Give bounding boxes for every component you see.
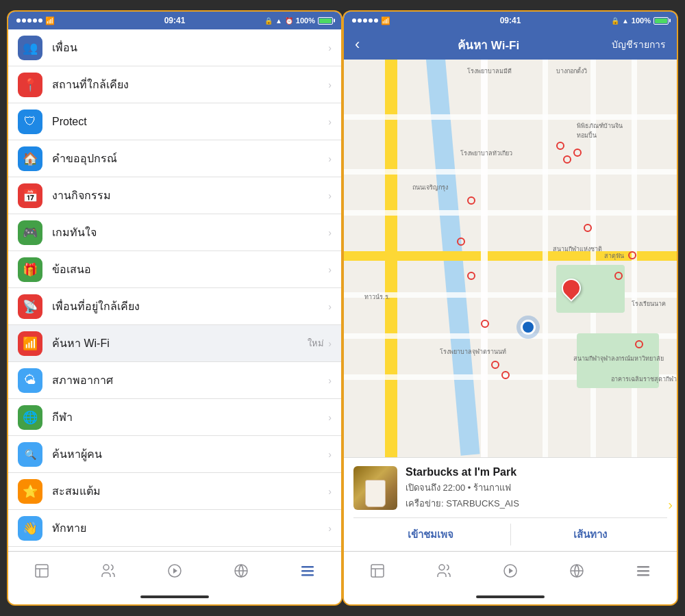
wifi-pin-5[interactable] (457, 238, 465, 246)
place-info: Starbucks at I'm Park เปิดจนถึง 22:00 • … (406, 466, 667, 511)
place-actions: เข้าชมเพจ เส้นทาง (353, 517, 667, 546)
wifi-pin-12[interactable] (491, 361, 499, 369)
place-thumb-image (353, 466, 397, 510)
nearby-friends-icon: 📡 (18, 294, 42, 319)
right-tab-globe[interactable] (544, 552, 610, 589)
r-signal-dot-4 (369, 18, 373, 23)
wifi-pin-8[interactable] (614, 272, 623, 280)
wifi-label: ค้นหา Wi-Fi (52, 335, 308, 352)
svg-rect-19 (637, 566, 649, 568)
menu-item-nearby-friends[interactable]: 📡 เพื่อนที่อยู่ใกล้เคียง › (8, 288, 341, 325)
left-status-left: 📶 (16, 16, 55, 25)
tab-friends[interactable] (75, 552, 141, 589)
fundraise-icon: 👋 (18, 516, 42, 541)
menu-item-wifi[interactable]: 📶 ค้นหา Wi-Fi ใหม่ › (8, 325, 341, 362)
events-label: งานกิจกรรม (52, 187, 328, 204)
place-card: Starbucks at I'm Park เปิดจนถึง 22:00 • … (344, 457, 677, 551)
menu-item-rewards[interactable]: ⭐ สะสมแต้ม › (8, 473, 341, 510)
menu-item-weather[interactable]: 🌤 สภาพอากาศ › (8, 362, 341, 399)
route-button[interactable]: เส้นทาง (513, 524, 667, 546)
menu-item-marketplace[interactable]: 🏠 คำขออุปกรณ์ › (8, 140, 341, 177)
friends-chevron: › (328, 42, 332, 53)
right-tab-menu[interactable] (610, 552, 677, 589)
wifi-pin-11[interactable] (481, 320, 489, 328)
nearby-chevron: › (328, 79, 332, 90)
place-network: เครือข่าย: STARBUCKS_AIS (406, 496, 667, 511)
map-label-5: สนามกีฬาแห่งชาติ (553, 244, 602, 254)
battery-text: 100% (296, 16, 315, 25)
place-name: Starbucks at I'm Park (406, 466, 667, 478)
wifi-pin-4[interactable] (467, 196, 475, 205)
fundraise-label: ทักทาย (52, 519, 328, 537)
map-background: โรงพยาบาลมมีดี บางกอกตั้งวิ พิพิธภัณฑ์บ้… (344, 60, 677, 457)
wifi-pin-2[interactable] (573, 149, 582, 157)
wifi-pin-10[interactable] (635, 340, 643, 348)
menu-item-sports[interactable]: 🌐 กีฬา › (8, 399, 341, 436)
wifi-pin-6[interactable] (467, 272, 475, 280)
left-home-indicator (8, 589, 341, 604)
wifi-pin-7[interactable] (584, 224, 592, 232)
gaming-icon: 🎮 (18, 220, 42, 245)
wifi-pin-3[interactable] (563, 155, 571, 164)
find-people-label: ค้นหาผู้คน (52, 446, 328, 463)
svg-rect-8 (301, 566, 314, 568)
visit-page-button[interactable]: เข้าชมเพจ (353, 524, 508, 546)
tab-watch[interactable] (141, 552, 208, 589)
right-tab-friends[interactable] (410, 552, 477, 589)
wifi-menu-icon: 📶 (18, 331, 42, 356)
svg-point-14 (439, 565, 445, 570)
map-container[interactable]: โรงพยาบาลมมีดี บางกอกตั้งวิ พิพิธภัณฑ์บ้… (344, 60, 677, 457)
menu-item-offers[interactable]: 🎁 ข้อเสนอ › (8, 251, 341, 288)
battery-icon (318, 17, 333, 25)
left-tab-bar (8, 551, 341, 589)
wifi-pin-9[interactable] (628, 251, 636, 259)
right-tab-watch[interactable] (477, 552, 543, 589)
find-people-chevron: › (328, 449, 332, 460)
find-people-icon: 🔍 (18, 442, 42, 467)
tab-menu[interactable] (275, 552, 341, 589)
wifi-pin-13[interactable] (501, 371, 510, 379)
map-label-9: ถนนเจริญกรุง (412, 183, 448, 192)
menu-item-events[interactable]: 📅 งานกิจกรรม › (8, 177, 341, 214)
alarm-icon: ⏰ (285, 17, 293, 25)
protect-chevron: › (328, 116, 332, 127)
rewards-chevron: › (328, 486, 332, 497)
tab-globe[interactable] (208, 552, 275, 589)
svg-point-3 (103, 565, 109, 570)
menu-item-friends[interactable]: 👥 เพื่อน › (8, 29, 341, 66)
nearby-icon: 📍 (18, 73, 42, 97)
gaming-label: เกมทันใจ (52, 224, 328, 241)
weather-chevron: › (328, 375, 332, 386)
left-home-bar (140, 595, 209, 598)
sports-label: กีฬา (52, 409, 328, 426)
menu-item-nearby[interactable]: 📍 สถานที่ใกล้เคียง › (8, 66, 341, 103)
r-signal-dot-1 (352, 18, 356, 23)
right-status-time: 09:41 (500, 16, 521, 25)
gaming-chevron: › (328, 227, 332, 238)
right-tab-news[interactable] (344, 552, 410, 589)
right-status-bar: 📶 09:41 🔒 ▲ 100% (344, 12, 677, 29)
friends-label: เพื่อน (52, 39, 328, 56)
menu-item-find-people[interactable]: 🔍 ค้นหาผู้คน › (8, 436, 341, 473)
svg-marker-5 (173, 568, 177, 574)
menu-item-fundraise[interactable]: 👋 ทักทาย › (8, 510, 341, 547)
wifi-pin-1[interactable] (556, 142, 564, 150)
road-h4 (344, 292, 677, 298)
back-button[interactable]: ‹ (355, 36, 360, 53)
left-menu-list: 👥 เพื่อน › 📍 สถานที่ใกล้เคียง › 🛡 Protec… (8, 29, 341, 551)
right-status-left: 📶 (352, 16, 390, 25)
protect-icon: 🛡 (18, 110, 42, 134)
r-signal-dot-3 (363, 18, 367, 23)
account-list-button[interactable]: บัญชีรายการ (612, 37, 666, 52)
nearby-friends-chevron: › (328, 301, 332, 312)
svg-marker-16 (509, 568, 513, 574)
menu-item-protect[interactable]: 🛡 Protect › (8, 103, 341, 140)
right-location-icon: ▲ (622, 17, 629, 25)
right-signal-dots (352, 18, 378, 23)
wifi-badge: ใหม่ (308, 336, 324, 350)
tab-news[interactable] (8, 552, 75, 589)
offers-icon: 🎁 (18, 257, 42, 282)
menu-item-gaming[interactable]: 🎮 เกมทันใจ › (8, 214, 341, 251)
road-yellow-h1 (344, 251, 677, 261)
selected-pin[interactable] (562, 279, 581, 298)
